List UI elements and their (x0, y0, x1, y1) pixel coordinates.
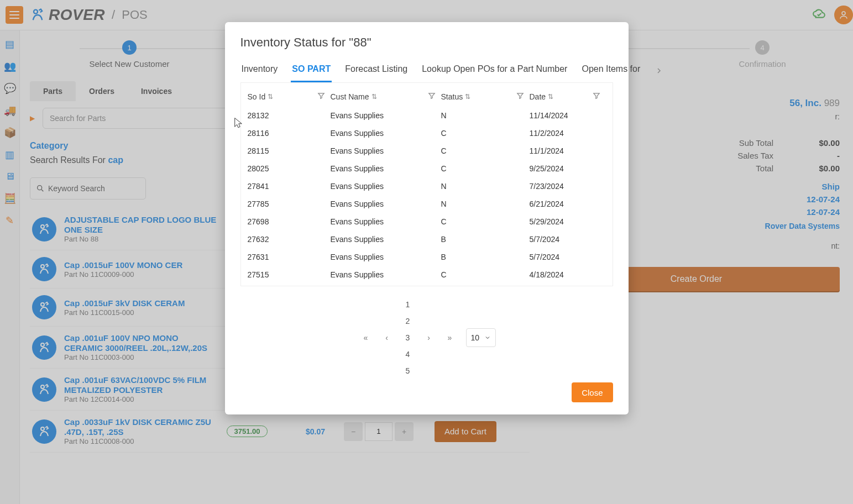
cell-so-id: 27698 (248, 217, 331, 226)
pager-prev-icon[interactable]: ‹ (379, 329, 395, 346)
cell-cust: Evans Supplies (331, 111, 441, 120)
cell-so-id: 28116 (248, 129, 331, 138)
cell-date: 11/2/2024 (530, 129, 606, 138)
cell-status: C (441, 164, 530, 173)
cell-cust: Evans Supplies (331, 217, 441, 226)
table-row[interactable]: 28115Evans SuppliesC11/1/2024 (248, 142, 606, 160)
mtab-so-part[interactable]: SO PART (291, 60, 332, 82)
cell-so-id: 27632 (248, 235, 331, 244)
cell-cust: Evans Supplies (331, 182, 441, 191)
col-date[interactable]: Date (530, 92, 546, 101)
table-row[interactable]: 27841Evans SuppliesN7/23/2024 (248, 177, 606, 195)
sort-icon[interactable]: ⇅ (268, 93, 273, 101)
cell-date: 11/1/2024 (530, 146, 606, 155)
modal-title: Inventory Status for "88" (240, 35, 613, 50)
filter-icon[interactable] (516, 92, 524, 101)
cell-so-id: 28132 (248, 111, 331, 120)
filter-icon[interactable] (593, 92, 600, 101)
cell-so-id: 27631 (248, 253, 331, 261)
pager-first-icon[interactable]: « (358, 329, 374, 346)
cell-cust: Evans Supplies (331, 270, 441, 279)
cell-status: N (441, 182, 530, 191)
cell-cust: Evans Supplies (331, 253, 441, 261)
cell-so-id: 27515 (248, 270, 331, 279)
chevron-down-icon (484, 334, 491, 341)
table-row[interactable]: 27632Evans SuppliesB5/7/2024 (248, 230, 606, 248)
table-row[interactable]: 28025Evans SuppliesC9/25/2024 (248, 160, 606, 177)
sort-icon[interactable]: ⇅ (465, 93, 470, 101)
cell-status: B (441, 253, 530, 261)
mtab-inventory[interactable]: Inventory (240, 60, 279, 82)
modal-tabs: Inventory SO PART Forecast Listing Looku… (240, 60, 613, 83)
cell-cust: Evans Supplies (331, 164, 441, 173)
mtab-lookup-pos[interactable]: Lookup Open POs for a Part Number (421, 60, 568, 82)
cell-status: C (441, 217, 530, 226)
inventory-status-modal: Inventory Status for "88" Inventory SO P… (225, 22, 629, 414)
table-row[interactable]: 27515Evans SuppliesC4/18/2024 (248, 266, 606, 284)
cell-cust: Evans Supplies (331, 200, 441, 208)
mtab-forecast[interactable]: Forecast Listing (344, 60, 409, 82)
sort-icon[interactable]: ⇅ (371, 93, 377, 101)
cell-so-id: 28115 (248, 146, 331, 155)
cell-date: 11/14/2024 (530, 111, 606, 120)
cell-date: 4/18/2024 (530, 270, 606, 279)
modal-overlay: Inventory Status for "88" Inventory SO P… (0, 0, 853, 504)
cell-status: C (441, 270, 530, 279)
page-size-select[interactable]: 10 (466, 328, 496, 347)
cell-date: 7/23/2024 (530, 182, 606, 191)
page-1[interactable]: 1 (400, 296, 416, 313)
cell-so-id: 28025 (248, 164, 331, 173)
page-4[interactable]: 4 (400, 346, 416, 363)
cell-cust: Evans Supplies (331, 129, 441, 138)
page-3[interactable]: 3 (400, 329, 416, 346)
cell-date: 6/21/2024 (530, 200, 606, 208)
cell-date: 5/29/2024 (530, 217, 606, 226)
cell-date: 5/7/2024 (530, 235, 606, 244)
so-grid: So Id ⇅ Cust Name ⇅ Status ⇅ (240, 83, 613, 286)
close-button[interactable]: Close (572, 382, 613, 402)
cell-so-id: 27841 (248, 182, 331, 191)
page-2[interactable]: 2 (400, 313, 416, 329)
cell-status: C (441, 146, 530, 155)
sort-icon[interactable]: ⇅ (548, 93, 553, 101)
pager-last-icon[interactable]: » (442, 329, 458, 346)
cell-cust: Evans Supplies (331, 146, 441, 155)
table-row[interactable]: 28132Evans SuppliesN11/14/2024 (248, 107, 606, 124)
pager: « ‹ 12345 › » 10 (240, 296, 613, 379)
page-5[interactable]: 5 (400, 363, 416, 379)
cell-date: 9/25/2024 (530, 164, 606, 173)
table-row[interactable]: 28116Evans SuppliesC11/2/2024 (248, 124, 606, 142)
cell-status: B (441, 235, 530, 244)
col-status[interactable]: Status (441, 92, 463, 101)
col-so-id[interactable]: So Id (248, 92, 266, 101)
filter-icon[interactable] (317, 92, 325, 101)
col-cust-name[interactable]: Cust Name (331, 92, 369, 101)
cell-status: N (441, 111, 530, 120)
mtab-scroll-right-icon[interactable] (653, 66, 664, 76)
table-row[interactable]: 27631Evans SuppliesB5/7/2024 (248, 248, 606, 266)
table-row[interactable]: 27698Evans SuppliesC5/29/2024 (248, 213, 606, 230)
cell-status: N (441, 200, 530, 208)
filter-icon[interactable] (428, 92, 436, 101)
table-row[interactable]: 27785Evans SuppliesN6/21/2024 (248, 195, 606, 213)
cell-date: 5/7/2024 (530, 253, 606, 261)
mtab-open-items[interactable]: Open Items for (580, 60, 641, 82)
cell-status: C (441, 129, 530, 138)
cell-so-id: 27785 (248, 200, 331, 208)
cell-cust: Evans Supplies (331, 235, 441, 244)
pager-next-icon[interactable]: › (421, 329, 437, 346)
